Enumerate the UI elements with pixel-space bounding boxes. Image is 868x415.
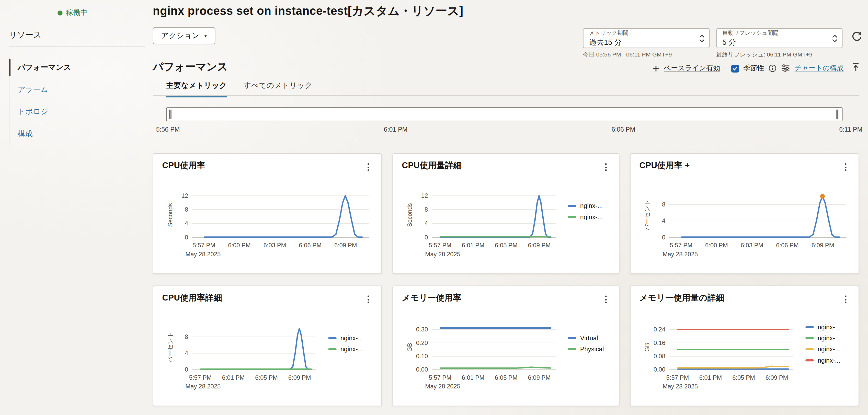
chart-title: メモリー使用量の詳細: [639, 293, 724, 303]
chart-config-link[interactable]: チャートの構成: [795, 64, 844, 73]
legend-label: nginx-...: [818, 357, 840, 364]
chevron-down-icon: [832, 39, 838, 42]
chart-body: 04812Seconds5:57 PM6:00 PM6:03 PM6:06 PM…: [162, 175, 373, 262]
legend-item[interactable]: nginx-...: [328, 346, 372, 353]
slider-handle-right[interactable]: [835, 109, 840, 119]
y-tick-label: 4: [425, 220, 428, 227]
actions-button[interactable]: アクション ▾: [153, 27, 215, 44]
info-icon[interactable]: [769, 64, 777, 72]
seasonality-checkbox[interactable]: [731, 64, 739, 72]
scroll-to-top-icon[interactable]: [851, 63, 860, 74]
plus-icon: [653, 65, 659, 71]
x-tick-label: 5:57 PM: [429, 374, 452, 381]
metric-period-range-text: 今日 05:56 PM - 06:11 PM GMT+9: [583, 51, 672, 59]
x-tick-label: 5:57 PM: [193, 242, 215, 249]
chart-card-memory-usage: メモリー使用率 0.000.100.200.30GB5:57 PM6:01 PM…: [393, 286, 620, 406]
time-label: 5:56 PM: [156, 126, 180, 133]
y-axis-label: Seconds: [167, 203, 174, 227]
legend-item[interactable]: nginx-...: [805, 346, 849, 353]
baseline-toggle-link[interactable]: ベースライン有効: [664, 64, 720, 73]
legend-swatch-icon: [568, 205, 576, 207]
y-tick-label: 0.00: [654, 366, 665, 373]
legend-swatch-icon: [568, 337, 576, 339]
legend-swatch-icon: [805, 326, 813, 328]
sidebar-item-alarms[interactable]: アラーム: [9, 79, 146, 101]
legend-item[interactable]: nginx-...: [328, 335, 372, 342]
series-line: [440, 196, 551, 237]
legend-item[interactable]: nginx-...: [805, 324, 849, 330]
x-tick-label: 6:09 PM: [811, 242, 834, 249]
x-tick-label: 6:05 PM: [495, 242, 518, 249]
x-tick-label: 6:09 PM: [288, 374, 311, 381]
x-tick-label: 6:09 PM: [766, 374, 788, 381]
check-icon: [732, 66, 738, 71]
sidebar-item-topology[interactable]: トポロジ: [9, 101, 146, 123]
y-tick-label: 0.00: [416, 366, 428, 373]
stepper-chevrons-icon[interactable]: [829, 34, 838, 42]
y-tick-label: 8: [185, 206, 188, 213]
legend-item[interactable]: Physical: [568, 346, 610, 353]
y-tick-label: 12: [182, 192, 188, 199]
chart-date-label: May 28 2025: [662, 251, 698, 258]
chart-settings-sliders-icon[interactable]: [781, 64, 790, 72]
divider: [153, 95, 859, 96]
time-range-slider[interactable]: [166, 107, 843, 121]
legend-item[interactable]: nginx-...: [568, 203, 610, 209]
auto-refresh-select[interactable]: 自動リフレッシュ間隔 5 分: [716, 28, 843, 48]
performance-section-title: パフォーマンス: [153, 60, 228, 74]
series-line: [678, 366, 788, 368]
main-content: nginx process set on instance-test[カスタム・…: [153, 0, 868, 415]
legend-label: nginx-...: [340, 335, 363, 342]
stepper-chevrons-icon[interactable]: [696, 34, 705, 42]
x-tick-label: 5:57 PM: [666, 374, 689, 381]
chart-card-memory-usage-detail: メモリー使用量の詳細 0.000.080.160.24GB5:57 PM6:01…: [630, 286, 859, 406]
legend-item[interactable]: Virtual: [568, 335, 610, 342]
sidebar-item-performance[interactable]: パフォーマンス: [9, 57, 146, 79]
kebab-menu-icon[interactable]: [364, 160, 372, 174]
chart-date-label: May 28 2025: [186, 251, 221, 258]
x-tick-label: 6:03 PM: [264, 242, 286, 249]
status-label: 稼働中: [66, 8, 87, 18]
chevron-up-icon: [832, 34, 838, 37]
y-axis-label: パーセント: [167, 332, 174, 363]
legend-item[interactable]: nginx-...: [805, 357, 849, 364]
y-tick-label: 0.08: [654, 353, 665, 359]
legend-label: nginx-...: [818, 346, 840, 353]
y-tick-label: 0: [185, 366, 188, 373]
y-tick-label: 0.10: [416, 353, 428, 359]
series-line: [201, 329, 311, 370]
x-tick-label: 6:00 PM: [705, 242, 728, 249]
actions-button-label: アクション: [161, 31, 199, 41]
legend-label: nginx-...: [340, 346, 363, 353]
x-tick-label: 6:01 PM: [222, 374, 245, 381]
tab-key-metrics[interactable]: 主要なメトリック: [166, 81, 227, 97]
chart-date-label: May 28 2025: [425, 383, 460, 390]
chart-title: メモリー使用率: [402, 293, 461, 303]
performance-toolbar: ベースライン有効 - 季節性 チャートの構成: [653, 64, 844, 73]
kebab-menu-icon[interactable]: [841, 160, 849, 174]
chart-date-label: May 28 2025: [425, 251, 460, 258]
legend-item[interactable]: nginx-...: [568, 214, 610, 220]
tab-all-metrics[interactable]: すべてのメトリック: [244, 81, 312, 97]
legend-swatch-icon: [805, 337, 813, 339]
chart-body: 048パーセント5:57 PM6:00 PM6:03 PM6:06 PM6:09…: [639, 175, 849, 262]
legend-swatch-icon: [328, 337, 336, 339]
x-tick-label: 5:57 PM: [189, 374, 212, 381]
time-axis-labels: 5:56 PM 6:01 PM 6:06 PM 6:11 PM: [156, 126, 863, 133]
sidebar-item-configuration[interactable]: 構成: [9, 123, 146, 145]
chart-card-cpu-usage: CPU使用率 04812Seconds5:57 PM6:00 PM6:03 PM…: [153, 153, 382, 274]
legend-item[interactable]: nginx-...: [805, 335, 849, 342]
status-dot-icon: [58, 10, 62, 15]
y-tick-label: 0: [425, 234, 428, 241]
y-tick-label: 12: [421, 192, 428, 199]
y-tick-label: 8: [185, 333, 188, 340]
metric-period-select[interactable]: メトリック期間 過去15 分: [583, 28, 710, 48]
refresh-button[interactable]: [848, 29, 865, 46]
x-tick-label: 6:01 PM: [462, 242, 485, 249]
sidebar: 稼働中 リソース パフォーマンス アラーム トポロジ 構成: [0, 0, 153, 415]
slider-handle-left[interactable]: [168, 109, 173, 119]
chart-plot: 048パーセント5:57 PM6:01 PM6:05 PM6:09 PMMay …: [162, 307, 324, 394]
y-axis-label: GB: [644, 343, 650, 352]
y-tick-label: 4: [185, 220, 188, 227]
chart-date-label: May 28 2025: [662, 383, 698, 390]
